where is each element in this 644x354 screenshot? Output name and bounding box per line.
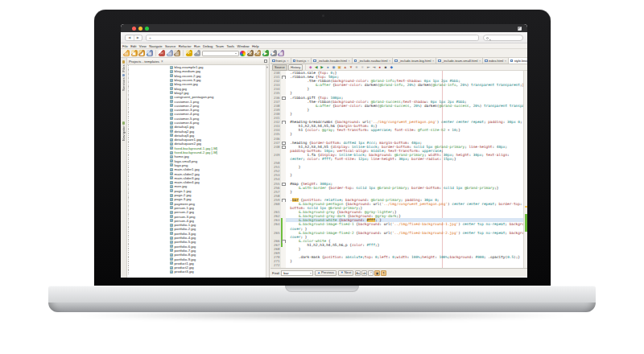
fold-gutter [281, 263, 286, 267]
file-icon [510, 60, 514, 63]
highlight-icon[interactable]: ▣ [337, 65, 342, 70]
redo-icon[interactable]: ↷ [194, 50, 200, 56]
indent-right-icon[interactable]: ⇥ [372, 65, 377, 70]
tree-scrollbar[interactable] [266, 65, 270, 278]
menu-window[interactable]: Window [237, 44, 250, 48]
close-tab-icon[interactable]: × [389, 59, 390, 63]
find-option-toggle[interactable]: Aa [355, 270, 361, 276]
indent-left-icon[interactable]: ⇤ [366, 65, 371, 70]
find-option-toggle[interactable]: ▣ [374, 270, 380, 276]
close-panel-icon[interactable]: × [161, 60, 163, 64]
bookmark-icon[interactable]: ◆ [389, 65, 394, 70]
view-button-history[interactable]: History [288, 64, 303, 71]
tree-item-label: portfolio-2.jpg [175, 227, 196, 231]
editor-tab[interactable]: _include-navbar.html× [353, 58, 393, 64]
menu-tools[interactable]: Tools [226, 44, 234, 48]
sidebar-dock: FilesServicesNavigator [121, 58, 127, 278]
project-file-tree[interactable]: blog-example1.jpgblog-medium.jpgblog-rec… [127, 65, 266, 278]
close-tab-icon[interactable]: × [479, 59, 481, 63]
image-file-icon [170, 109, 173, 112]
zoom-window-button[interactable] [145, 27, 149, 31]
find-label: Find: [272, 271, 280, 275]
scroll-up-icon[interactable] [266, 65, 268, 68]
find-option-toggle[interactable]: ¶ [381, 270, 386, 276]
comment-icon[interactable]: ≡ [354, 65, 359, 70]
close-tab-icon[interactable]: × [308, 59, 309, 63]
editor-tab[interactable]: index.html× [483, 58, 509, 64]
last-edit-icon[interactable]: ◆ [308, 65, 313, 70]
image-file-icon [170, 74, 173, 77]
open-project-icon[interactable]: ◪ [138, 50, 145, 56]
uncomment-icon[interactable]: ≡ [360, 65, 365, 70]
run-project-icon[interactable]: ▶ [262, 50, 269, 56]
copy-icon[interactable]: ▤ [167, 50, 173, 56]
menu-edit[interactable]: Edit [130, 44, 136, 48]
address-bar[interactable]: + [146, 35, 479, 41]
minimize-window-button[interactable] [138, 27, 142, 31]
editor-tab[interactable]: _include-header.html× [312, 58, 353, 64]
close-tab-icon[interactable]: × [432, 59, 434, 63]
editor-tab[interactable]: _include-team-small.html× [436, 58, 483, 64]
code-text [286, 263, 527, 267]
editor-tab[interactable]: front.js× [270, 58, 291, 64]
find-option-toggle[interactable]: .* [368, 270, 374, 276]
find-selection-icon[interactable]: ◉ [331, 65, 336, 70]
search-field[interactable] [483, 35, 523, 41]
file-icon [293, 60, 296, 63]
editor-tab[interactable]: _include-team-big.html× [393, 58, 436, 64]
editor-tab[interactable]: style.less× [509, 58, 527, 64]
close-window-button[interactable] [132, 27, 136, 31]
profile-project-icon[interactable]: ▦ [278, 50, 284, 56]
debug-project-icon[interactable]: ▶ [270, 50, 277, 56]
menu-team[interactable]: Team [216, 44, 224, 48]
view-button-source[interactable]: Source [272, 64, 287, 71]
editor-tab[interactable]: front.js× [291, 58, 312, 64]
menu-file[interactable]: File [122, 44, 128, 48]
find-option-toggle[interactable]: ab [361, 270, 367, 276]
close-tab-icon[interactable]: × [348, 59, 349, 63]
menu-run[interactable]: Run [194, 44, 200, 48]
run-config-icon[interactable] [240, 51, 246, 56]
minimize-panel-icon[interactable] [264, 60, 267, 63]
toolbar-separator [155, 50, 156, 56]
stop-macro-icon[interactable]: ■ [383, 65, 388, 70]
menu-view[interactable]: View [139, 44, 147, 48]
menu-debug[interactable]: Debug [203, 44, 213, 48]
menu-refactor[interactable]: Refactor [179, 44, 192, 48]
find-query-combobox[interactable]: bar [281, 270, 313, 276]
project-config-combobox[interactable] [202, 51, 239, 56]
laptop-screen-content: ◀ ▶ + FileEditViewNavigateSourceRefactor… [121, 24, 527, 278]
menu-navigate[interactable]: Navigate [149, 44, 163, 48]
find-icon[interactable]: ● [325, 65, 330, 70]
cut-icon[interactable]: ✂ [159, 50, 165, 56]
find-next-button[interactable]: ▼ Next [338, 270, 354, 276]
tree-item[interactable]: product3.jpg [128, 270, 266, 274]
tree-item-label: payment.png [175, 202, 195, 206]
back-icon[interactable]: ◀ [314, 65, 319, 70]
file-icon [394, 60, 398, 63]
close-tab-icon[interactable]: × [505, 59, 506, 63]
dock-tab-navigator[interactable]: Navigator [121, 121, 126, 140]
code-area[interactable]: 230 .ribbon.sale {top: 0;}231 .ribbon.ne… [270, 71, 527, 268]
dock-tab-files[interactable]: Files [121, 60, 126, 72]
browser-toolbar: ◀ ▶ + [121, 32, 527, 43]
close-tab-icon[interactable]: × [287, 59, 288, 63]
next-occurrence-icon[interactable]: ▼ [349, 65, 353, 70]
tree-item-label: page-1.jpg [175, 189, 192, 193]
build-project-icon[interactable]: ⚒ [247, 50, 254, 56]
new-project-icon[interactable]: ▣ [131, 50, 138, 56]
back-button[interactable]: ◀ [126, 35, 134, 40]
menu-help[interactable]: Help [252, 44, 259, 48]
dock-tab-services[interactable]: Services [121, 74, 126, 91]
start-macro-icon[interactable]: ● [378, 65, 382, 70]
save-all-icon[interactable]: ▦ [147, 50, 153, 56]
previous-occurrence-icon[interactable]: ▲ [343, 65, 348, 70]
menu-source[interactable]: Source [165, 44, 175, 48]
clean-build-icon[interactable]: ⚒ [254, 50, 261, 56]
forward-icon[interactable]: ▶ [320, 65, 324, 70]
forward-button[interactable]: ▶ [134, 35, 142, 40]
undo-icon[interactable]: ↶ [186, 50, 192, 56]
paste-icon[interactable]: ▥ [174, 50, 180, 56]
find-previous-button[interactable]: ▲ Previous [315, 270, 336, 276]
new-file-icon[interactable]: ▤ [123, 50, 130, 56]
